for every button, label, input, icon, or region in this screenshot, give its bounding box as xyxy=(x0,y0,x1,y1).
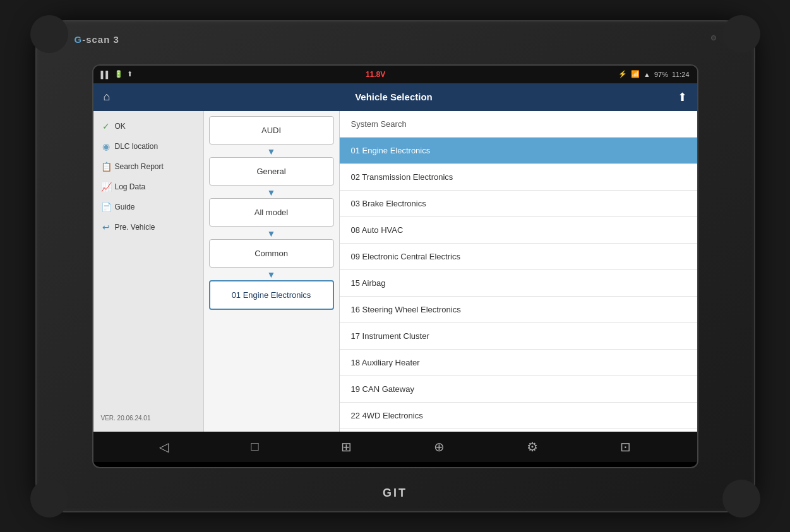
sidebar-ok-label: OK xyxy=(115,122,126,131)
general-button[interactable]: General xyxy=(209,157,334,186)
header: ⌂ Vehicle Selection ⬆ xyxy=(93,83,697,111)
page-title: Vehicle Selection xyxy=(355,92,433,102)
list-item-15[interactable]: 15 Airbag xyxy=(340,270,697,297)
battery-percent: 97% xyxy=(654,71,668,78)
signal-icon: ▌▌ xyxy=(101,71,111,78)
brand-bottom: GIT xyxy=(383,487,407,500)
status-left: ▌▌ 🔋 ⬆ xyxy=(101,70,133,78)
signal-bars-icon: ▲ xyxy=(643,71,650,78)
middle-column: AUDI ▼ General ▼ All model ▼ Common ▼ 01… xyxy=(204,111,340,432)
wifi-icon: 📶 xyxy=(631,70,640,78)
bumper-br xyxy=(722,480,760,517)
upload-button[interactable]: ⬆ xyxy=(678,90,687,104)
sidebar-item-prev[interactable]: ↩ Pre. Vehicle xyxy=(93,217,203,237)
system-list: System Search 01 Engine Electronics 02 T… xyxy=(340,111,697,432)
list-item-03[interactable]: 03 Brake Electronics xyxy=(340,191,697,217)
common-button[interactable]: Common xyxy=(209,239,334,268)
dlc-icon: ◉ xyxy=(101,141,111,151)
bumper-tr xyxy=(722,15,760,53)
screen: ▌▌ 🔋 ⬆ 11.8V ⚡ 📶 ▲ 97% 11:24 ⌂ Vehicle S… xyxy=(92,64,698,468)
home-nav-button[interactable]: □ xyxy=(243,437,266,456)
sidebar-dlc-label: DLC location xyxy=(115,142,159,151)
list-item-09[interactable]: 09 Electronic Central Electrics xyxy=(340,244,697,270)
upload-status-icon: ⬆ xyxy=(127,70,133,78)
sidebar-search-label: Search Report xyxy=(115,162,164,171)
chevron-1: ▼ xyxy=(209,146,334,157)
camera xyxy=(711,35,716,40)
device-frame: G-scan 3 GIT ▌▌ 🔋 ⬆ 11.8V ⚡ 📶 ▲ 97% 11:2… xyxy=(35,20,755,512)
audi-button[interactable]: AUDI xyxy=(209,116,334,145)
chevron-4: ▼ xyxy=(209,269,334,280)
bluetooth-icon: ⚡ xyxy=(618,70,627,78)
sidebar-item-guide[interactable]: 📄 Guide xyxy=(93,197,203,217)
recents-button[interactable]: ⊞ xyxy=(333,437,359,457)
sidebar-guide-label: Guide xyxy=(115,203,135,211)
log-icon: 📈 xyxy=(101,182,111,192)
list-item-16[interactable]: 16 Steering Wheel Electronics xyxy=(340,297,697,323)
list-item-01[interactable]: 01 Engine Electronics xyxy=(340,138,697,164)
engine-button[interactable]: 01 Engine Electronics xyxy=(209,280,334,310)
chevron-3: ▼ xyxy=(209,228,334,239)
list-item-22[interactable]: 22 4WD Electronics xyxy=(340,403,697,429)
status-right: ⚡ 📶 ▲ 97% 11:24 xyxy=(618,70,689,78)
globe-button[interactable]: ⊕ xyxy=(426,437,452,457)
app-area: ⌂ Vehicle Selection ⬆ ✓ OK ◉ DLC locatio… xyxy=(93,83,697,432)
list-item-system-search[interactable]: System Search xyxy=(340,111,697,138)
home-button[interactable]: ⌂ xyxy=(104,90,111,103)
bottom-nav: ◁ □ ⊞ ⊕ ⚙ ⊡ xyxy=(93,432,697,462)
list-item-08[interactable]: 08 Auto HVAC xyxy=(340,217,697,244)
sidebar-item-log[interactable]: 📈 Log Data xyxy=(93,177,203,197)
sidebar-log-label: Log Data xyxy=(115,182,146,191)
list-item-02[interactable]: 02 Transmission Electronics xyxy=(340,164,697,191)
all-model-button[interactable]: All model xyxy=(209,198,334,227)
prev-icon: ↩ xyxy=(101,222,111,232)
battery-small-icon: 🔋 xyxy=(114,70,123,78)
sidebar: ✓ OK ◉ DLC location 📋 Search Report 📈 Lo… xyxy=(93,111,204,432)
report-icon: 📋 xyxy=(101,162,111,172)
list-item-17[interactable]: 17 Instrument Cluster xyxy=(340,323,697,350)
list-item-18[interactable]: 18 Auxiliary Heater xyxy=(340,350,697,376)
check-icon: ✓ xyxy=(101,121,111,131)
bumper-bl xyxy=(30,480,68,517)
version-label: VER. 20.06.24.01 xyxy=(93,410,203,427)
chevron-2: ▼ xyxy=(209,187,334,198)
content-area: ✓ OK ◉ DLC location 📋 Search Report 📈 Lo… xyxy=(93,111,697,432)
scan-button[interactable]: ⊡ xyxy=(613,437,638,457)
bumper-tl xyxy=(30,15,68,53)
status-bar: ▌▌ 🔋 ⬆ 11.8V ⚡ 📶 ▲ 97% 11:24 xyxy=(93,66,697,83)
guide-icon: 📄 xyxy=(101,202,111,212)
clock: 11:24 xyxy=(672,71,690,78)
battery-voltage: 11.8V xyxy=(366,70,385,79)
list-item-19[interactable]: 19 CAN Gateway xyxy=(340,376,697,403)
device-logo: G-scan 3 xyxy=(75,34,119,45)
sidebar-prev-label: Pre. Vehicle xyxy=(115,223,155,232)
sidebar-item-dlc[interactable]: ◉ DLC location xyxy=(93,136,203,157)
back-button[interactable]: ◁ xyxy=(152,437,176,457)
sidebar-item-ok[interactable]: ✓ OK xyxy=(93,116,203,136)
sidebar-item-search[interactable]: 📋 Search Report xyxy=(93,157,203,177)
settings-button[interactable]: ⚙ xyxy=(519,437,546,457)
